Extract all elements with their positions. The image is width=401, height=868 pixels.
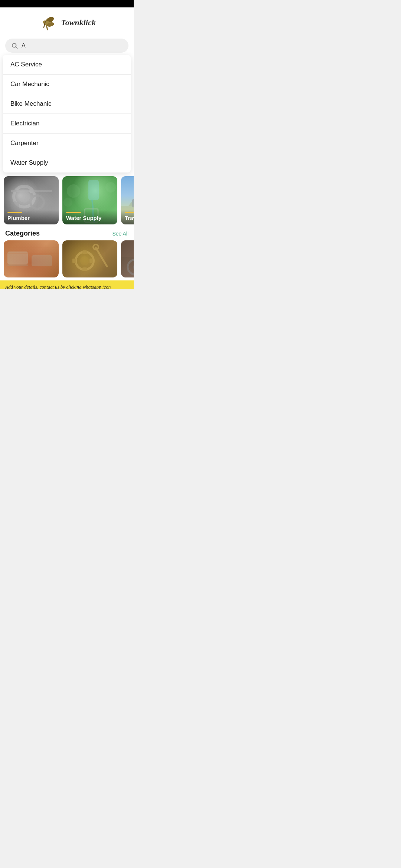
categories-header: Categories See All xyxy=(0,224,134,240)
dropdown-item-bike-mechanic[interactable]: Bike Mechanic xyxy=(3,94,131,114)
svg-rect-34 xyxy=(82,267,87,271)
search-box[interactable]: A xyxy=(5,39,128,53)
water-card-overlay: Water Supply xyxy=(62,210,117,224)
water-accent-line xyxy=(66,212,81,213)
plumber-card-label: Plumber xyxy=(7,215,30,221)
service-card-travels[interactable]: Travels xyxy=(121,176,134,224)
svg-rect-21 xyxy=(132,199,134,207)
svg-point-12 xyxy=(29,189,34,193)
dropdown-item-electrician[interactable]: Electrician xyxy=(3,114,131,134)
water-card-label: Water Supply xyxy=(66,215,101,221)
search-icon xyxy=(11,42,18,49)
bike-bg-detail xyxy=(121,240,134,277)
search-dropdown: AC Service Car Mechanic Bike Mechanic El… xyxy=(3,55,131,172)
dropdown-item-carpenter[interactable]: Carpenter xyxy=(3,134,131,153)
categories-title: Categories xyxy=(5,230,40,237)
service-card-water-supply[interactable]: Water Supply xyxy=(62,176,117,224)
header: Townklick xyxy=(0,7,134,36)
svg-point-39 xyxy=(128,260,134,274)
travels-card-label: Travels xyxy=(125,215,134,221)
svg-rect-13 xyxy=(88,180,99,200)
ac-bg-detail xyxy=(4,240,59,277)
mechanic-bg-detail xyxy=(62,240,117,277)
svg-rect-26 xyxy=(32,255,52,266)
dropdown-item-water-supply[interactable]: Water Supply xyxy=(3,153,131,172)
svg-rect-27 xyxy=(7,264,28,266)
app-container: Townklick A AC Service Car Mechanic Bike… xyxy=(0,7,134,289)
svg-point-41 xyxy=(133,265,134,269)
plumber-card-overlay: Plumber xyxy=(4,210,59,224)
travels-card-overlay: Travels xyxy=(121,210,134,224)
svg-point-15 xyxy=(67,184,80,198)
svg-rect-36 xyxy=(89,259,93,263)
ticker-text: Add your details, contact us by clicking… xyxy=(5,284,111,289)
category-card-ac[interactable] xyxy=(4,240,59,277)
travels-accent-line xyxy=(125,212,134,213)
ticker-bar: Add your details, contact us by clicking… xyxy=(0,280,134,289)
dropdown-item-car-mechanic[interactable]: Car Mechanic xyxy=(3,75,131,94)
svg-line-37 xyxy=(96,248,107,266)
category-card-bike[interactable] xyxy=(121,240,134,277)
svg-line-6 xyxy=(16,47,17,48)
service-cards-section: Plumber Water Supply xyxy=(0,176,134,224)
categories-row xyxy=(0,240,134,277)
logo-icon xyxy=(38,13,58,33)
search-input-value[interactable]: A xyxy=(22,42,26,49)
category-card-mechanic[interactable] xyxy=(62,240,117,277)
app-title: Townklick xyxy=(61,18,95,27)
svg-point-17 xyxy=(105,182,116,193)
svg-point-10 xyxy=(10,201,19,210)
status-bar-top xyxy=(0,0,134,7)
svg-point-16 xyxy=(63,198,72,207)
plumber-accent-line xyxy=(7,212,22,213)
svg-marker-43 xyxy=(121,240,134,257)
dropdown-item-ac-service[interactable]: AC Service xyxy=(3,55,131,75)
svg-point-8 xyxy=(18,191,30,203)
svg-point-32 xyxy=(80,256,89,265)
logo-container: Townklick xyxy=(38,13,95,33)
see-all-button[interactable]: See All xyxy=(112,231,128,237)
search-container: A xyxy=(0,36,134,53)
svg-rect-35 xyxy=(72,259,76,263)
svg-rect-33 xyxy=(82,250,87,254)
service-card-plumber[interactable]: Plumber xyxy=(4,176,59,224)
